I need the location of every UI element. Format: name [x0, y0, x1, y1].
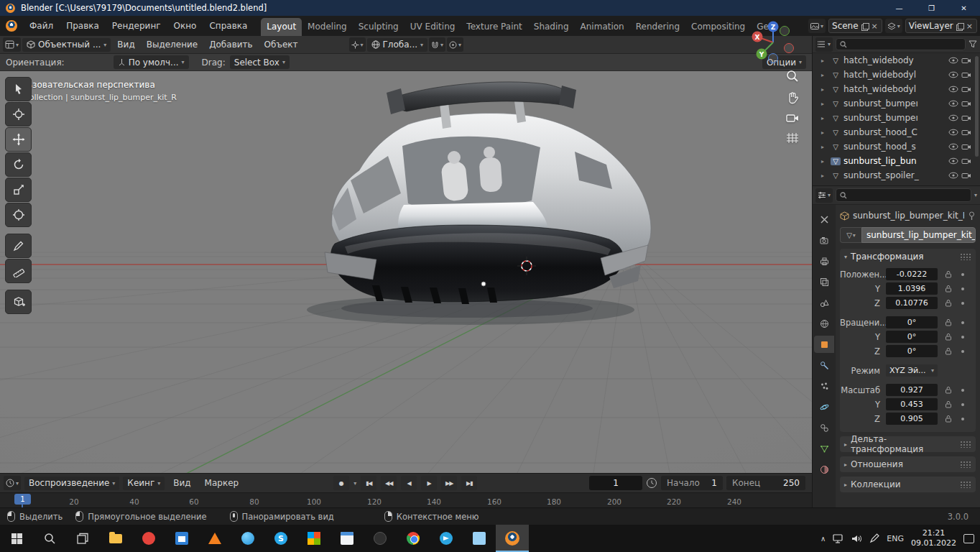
gizmo-minus-x-axis[interactable] [785, 44, 794, 53]
scale-z-field[interactable]: 0.905 [886, 413, 938, 425]
tab-object-data[interactable] [814, 440, 834, 457]
prev-keyframe-button[interactable]: ◀◀ [381, 476, 397, 490]
annotate-tool-button[interactable] [5, 234, 32, 258]
hide-eye-icon[interactable] [948, 129, 958, 136]
tab-view-layer[interactable] [814, 273, 834, 290]
tab-shading[interactable]: Shading [528, 18, 575, 36]
select-tool-button[interactable] [5, 77, 32, 101]
gizmo-minus-z-axis[interactable] [769, 54, 778, 63]
tab-constraints[interactable] [814, 419, 834, 436]
frame-start-field[interactable]: Начало1 [661, 476, 723, 490]
drag-dropdown[interactable]: Select Box ▾ [230, 55, 290, 69]
unlink-scene-icon[interactable]: × [871, 22, 879, 31]
render-camera-icon[interactable] [961, 129, 971, 136]
task-view-button[interactable] [66, 525, 99, 552]
app-button-grid[interactable] [297, 525, 330, 552]
tab-world[interactable] [814, 315, 834, 332]
lock-icon[interactable] [942, 347, 955, 355]
lock-icon[interactable] [942, 386, 955, 394]
object-name-input[interactable]: sunburst_lip_bumper_kit_R [861, 227, 976, 243]
animate-dot-icon[interactable] [961, 389, 964, 392]
app-button-dark[interactable] [364, 525, 397, 552]
hide-eye-icon[interactable] [948, 172, 958, 179]
pan-hand-icon[interactable] [786, 91, 799, 104]
jump-to-end-button[interactable]: ▶▮ [461, 476, 477, 490]
render-camera-icon[interactable] [961, 114, 971, 121]
panel-grip-icon[interactable] [960, 253, 971, 260]
pivot-point-button[interactable]: ▾ [349, 37, 366, 52]
delta-transform-panel-header[interactable]: ▸Дельта-трансформация [840, 436, 976, 452]
lock-icon[interactable] [942, 285, 955, 293]
blender-taskbar-button[interactable] [496, 525, 529, 552]
outliner-search-input[interactable] [836, 38, 966, 50]
outliner-item[interactable]: ▸▽sunburst_bumpeı [813, 111, 980, 125]
remove-viewlayer-icon[interactable]: × [966, 22, 974, 31]
rotate-tool-button[interactable] [5, 152, 32, 177]
cursor-tool-button[interactable] [5, 102, 32, 126]
animate-dot-icon[interactable] [961, 273, 964, 276]
outliner-scrollbar[interactable] [975, 56, 979, 157]
transform-orientation-dropdown[interactable]: Глоба... ▾ [367, 38, 428, 52]
tab-material[interactable] [814, 461, 834, 478]
tab-animation[interactable]: Animation [575, 18, 630, 36]
render-camera-icon[interactable] [961, 57, 971, 64]
tab-compositing[interactable]: Compositing [685, 18, 751, 36]
menu-edit[interactable]: Правка [60, 16, 106, 36]
animate-dot-icon[interactable] [961, 336, 964, 339]
tab-sculpting[interactable]: Sculpting [353, 18, 405, 36]
animate-dot-icon[interactable] [961, 350, 964, 353]
hide-eye-icon[interactable] [948, 143, 958, 150]
orientation-dropdown[interactable]: По умолч... ▾ [114, 55, 189, 69]
car-model[interactable] [307, 82, 651, 325]
store-button[interactable] [165, 525, 198, 552]
panel-grip-icon[interactable] [960, 481, 971, 488]
add-object-tool-button[interactable] [5, 290, 32, 314]
playback-dropdown[interactable]: Воспроизведение▾ [24, 477, 119, 490]
animate-dot-icon[interactable] [961, 418, 964, 420]
jump-to-start-button[interactable]: ▮◀ [361, 476, 376, 490]
scale-tool-button[interactable] [5, 178, 32, 202]
location-y-field[interactable]: 1.0396 [886, 282, 938, 295]
render-camera-icon[interactable] [961, 143, 971, 150]
outliner-item[interactable]: ▸▽sunburst_spoiler_ [813, 168, 980, 183]
menu-object[interactable]: Объект [259, 40, 303, 50]
tab-scene[interactable] [814, 294, 834, 311]
outliner-item[interactable]: ▸▽hatch_widebodyl [813, 68, 980, 82]
lock-icon[interactable] [942, 318, 955, 326]
rotation-y-field[interactable]: 0° [886, 331, 938, 343]
lock-icon[interactable] [942, 400, 955, 408]
panel-grip-icon[interactable] [960, 461, 971, 468]
tab-modifiers[interactable] [814, 356, 834, 374]
use-preview-range-icon[interactable] [646, 477, 657, 489]
toggle-grid-icon[interactable] [786, 132, 799, 144]
file-explorer-button[interactable] [99, 525, 132, 552]
properties-search-input[interactable] [836, 188, 971, 202]
outliner-editor-type-button[interactable]: ▾ [815, 37, 833, 52]
zoom-icon[interactable] [786, 70, 799, 83]
rotation-z-field[interactable]: 0° [886, 345, 938, 357]
properties-editor-type-button[interactable]: ▾ [815, 188, 833, 203]
keying-dropdown[interactable]: Кеинг▾ [123, 477, 165, 490]
tab-uv-editing[interactable]: UV Editing [405, 18, 461, 36]
timeline-ruler[interactable]: 20 40 60 80 100 120 140 160 180 200 220 … [0, 492, 812, 508]
hide-eye-icon[interactable] [948, 114, 958, 121]
chrome-button[interactable] [397, 525, 430, 552]
render-camera-icon[interactable] [961, 86, 971, 93]
measure-tool-button[interactable] [5, 259, 32, 283]
tray-expand-icon[interactable]: ∧ [820, 535, 826, 543]
close-button[interactable]: ✕ [948, 0, 980, 16]
notes-button[interactable] [330, 525, 364, 552]
taskbar-clock[interactable]: 21:21 09.01.2022 [911, 528, 956, 549]
new-viewlayer-icon[interactable] [956, 23, 963, 29]
lock-icon[interactable] [942, 415, 955, 423]
tab-particles[interactable] [814, 377, 834, 395]
maximize-button[interactable]: ❐ [915, 0, 948, 16]
playhead[interactable]: 1 [14, 494, 31, 505]
minimize-button[interactable]: — [883, 0, 915, 16]
keying-options-dropdown[interactable]: ▾ [353, 480, 356, 487]
animate-dot-icon[interactable] [961, 321, 964, 324]
network-icon[interactable] [833, 534, 844, 543]
collections-panel-header[interactable]: ▸Коллекции [840, 477, 976, 492]
hide-eye-icon[interactable] [948, 157, 958, 165]
browse-scene-button[interactable]: ▾ [808, 19, 826, 33]
